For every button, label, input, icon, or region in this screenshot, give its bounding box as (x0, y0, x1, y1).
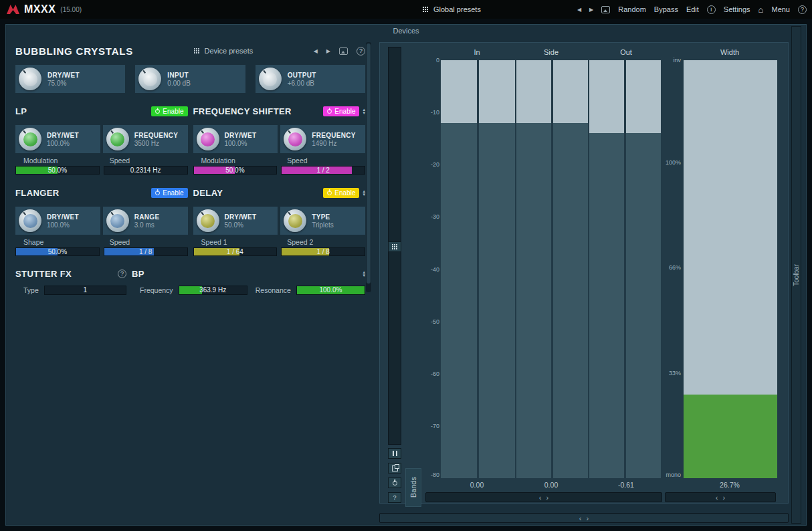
topbar-actions: ◀ ▶ Random Bypass Edit i Settings ⌂ Menu… (577, 5, 807, 15)
global-presets-button[interactable]: Global presets (423, 5, 481, 13)
width-hscrollbar[interactable]: ‹ › (665, 492, 776, 502)
module-title: DELAY (193, 188, 223, 198)
mxxx-window: MXXX (15.00) Global presets ◀ ▶ Random B… (0, 0, 812, 531)
flanger-dry-wet-knob[interactable]: DRY/WET 100.0% (15, 207, 100, 235)
lp-enable-button[interactable]: Enable (151, 106, 187, 116)
master-input-knob[interactable]: INPUT 0.00 dB (135, 65, 245, 93)
scroll-right-icon[interactable]: › (546, 494, 549, 502)
stutter-help-icon[interactable]: ? (118, 270, 126, 278)
power-icon (155, 109, 160, 114)
knob-value: +6.00 dB (288, 80, 316, 87)
master-output-knob[interactable]: OUTPUT +6.00 dB (256, 65, 365, 93)
grid-icon (392, 244, 398, 250)
scroll-left-icon[interactable]: ‹ (716, 494, 718, 502)
random-button[interactable]: Random (618, 5, 646, 13)
info-icon[interactable]: i (707, 5, 716, 14)
knob-dial (19, 209, 41, 232)
delay-speed2-slider[interactable]: 1 / 8 (281, 247, 365, 256)
knob-label: DRY/WET (47, 72, 80, 79)
prev-device-preset-button[interactable]: ◀ (314, 48, 318, 54)
flanger-enable-button[interactable]: Enable (151, 188, 187, 198)
shifter-frequency-knob[interactable]: FREQUENCY 1490 Hz (280, 125, 365, 153)
edit-button[interactable]: Edit (686, 5, 699, 13)
melda-logo-icon[interactable] (7, 5, 19, 14)
frequency-shifter-enable-button[interactable]: Enable (323, 106, 359, 116)
module-row-3: STUTTER FX ? Type 1 BP (15, 266, 365, 295)
bypass-button[interactable]: Bypass (654, 5, 678, 13)
knob-value: 75.0% (47, 80, 80, 87)
enable-label: Enable (334, 108, 355, 115)
db-tick: -60 (409, 370, 439, 377)
delay-type-knob[interactable]: TYPE Triplets (280, 207, 365, 235)
popup-button[interactable] (388, 463, 401, 473)
meter-zoom-track[interactable] (388, 47, 401, 445)
lp-dry-wet-knob[interactable]: DRY/WET 100.0% (15, 125, 100, 153)
master-dry-wet-knob[interactable]: DRY/WET 75.0% (15, 65, 125, 93)
home-icon[interactable]: ⌂ (758, 5, 764, 15)
param-label: Modulation (15, 156, 102, 165)
module-flanger: FLANGER Enable DRY/WET 100.0% (15, 184, 188, 256)
menu-button[interactable]: Menu (771, 5, 790, 13)
module-title: FLANGER (15, 188, 60, 198)
tab-toolbar[interactable]: Toolbar (791, 26, 801, 524)
param-label: Speed 1 (193, 238, 280, 246)
meter-grid-button[interactable] (388, 241, 401, 252)
stutter-type-slider[interactable]: 1 (44, 286, 126, 295)
lp-frequency-knob[interactable]: FREQUENCY 3500 Hz (103, 125, 188, 153)
pause-button[interactable] (388, 448, 401, 459)
db-tick: -50 (409, 318, 439, 325)
param-label: Resonance (253, 286, 291, 294)
module-order-spinner[interactable]: ▴▾ (363, 189, 365, 196)
scroll-right-icon[interactable]: › (723, 494, 726, 502)
bp-resonance-slider[interactable]: 100.0% (296, 286, 365, 295)
bottom-hscrollbar[interactable]: ‹ › (379, 513, 789, 523)
meter-hscrollbar[interactable]: ‹ › (425, 492, 662, 502)
flanger-speed-slider[interactable]: 1 / 8 (104, 247, 188, 256)
image-icon[interactable] (339, 47, 348, 55)
flanger-range-knob[interactable]: RANGE 3.0 ms (103, 207, 188, 235)
flanger-shape-slider[interactable]: 50.0% (15, 247, 100, 256)
scroll-left-icon[interactable]: ‹ (539, 494, 542, 502)
power-icon (327, 191, 332, 195)
db-tick: -80 (409, 471, 439, 478)
meter-out-right (626, 60, 661, 478)
device-help-icon[interactable]: ? (357, 47, 365, 56)
module-lp: LP Enable DRY/WET 100.0% (15, 102, 188, 175)
knob-dial (106, 209, 129, 232)
topbar: MXXX (15.00) Global presets ◀ ▶ Random B… (0, 0, 812, 19)
peak-width: 26.7% (720, 481, 740, 489)
peak-in: 0.00 (470, 481, 484, 489)
device-presets-button[interactable]: Device presets (194, 47, 253, 55)
next-preset-button[interactable]: ▶ (589, 7, 593, 13)
delay-speed1-slider[interactable]: 1 / 64 (193, 247, 278, 256)
scroll-right-icon[interactable]: › (587, 514, 589, 522)
module-order-spinner[interactable]: ▴▾ (363, 108, 365, 114)
image-icon[interactable] (601, 6, 610, 13)
device-panel-scrollbar[interactable] (366, 42, 371, 292)
delay-dry-wet-knob[interactable]: DRY/WET 50.0% (193, 207, 278, 235)
shifter-speed-slider[interactable]: 1 / 2 (281, 166, 365, 175)
shifter-dry-wet-knob[interactable]: DRY/WET 100.0% (193, 125, 278, 153)
lp-modulation-slider[interactable]: 50.0% (15, 166, 100, 175)
scroll-left-icon[interactable]: ‹ (579, 514, 582, 522)
window-icon (392, 465, 398, 471)
next-device-preset-button[interactable]: ▶ (326, 48, 330, 54)
module-order-spinner[interactable]: ▴▾ (363, 270, 365, 277)
shifter-modulation-slider[interactable]: 50.0% (193, 166, 278, 175)
peak-out: -0.61 (618, 481, 634, 489)
knob-dial (259, 68, 282, 90)
settings-button[interactable]: Settings (724, 5, 750, 13)
meter-help-button[interactable]: ? (388, 492, 401, 503)
bp-frequency-slider[interactable]: 363.9 Hz (179, 286, 247, 295)
prev-preset-button[interactable]: ◀ (577, 7, 581, 13)
delay-enable-button[interactable]: Enable (323, 188, 359, 198)
help-icon: ? (393, 494, 396, 501)
knob-dial (19, 68, 41, 90)
param-label: Modulation (193, 156, 280, 165)
param-label: Frequency (132, 286, 173, 294)
lp-speed-slider[interactable]: 0.2314 Hz (104, 166, 188, 175)
device-title: BUBBLING CRYSTALS (15, 45, 133, 57)
help-icon[interactable]: ? (798, 5, 807, 14)
meter-power-button[interactable] (388, 477, 401, 488)
tab-devices[interactable]: Devices (6, 27, 806, 35)
